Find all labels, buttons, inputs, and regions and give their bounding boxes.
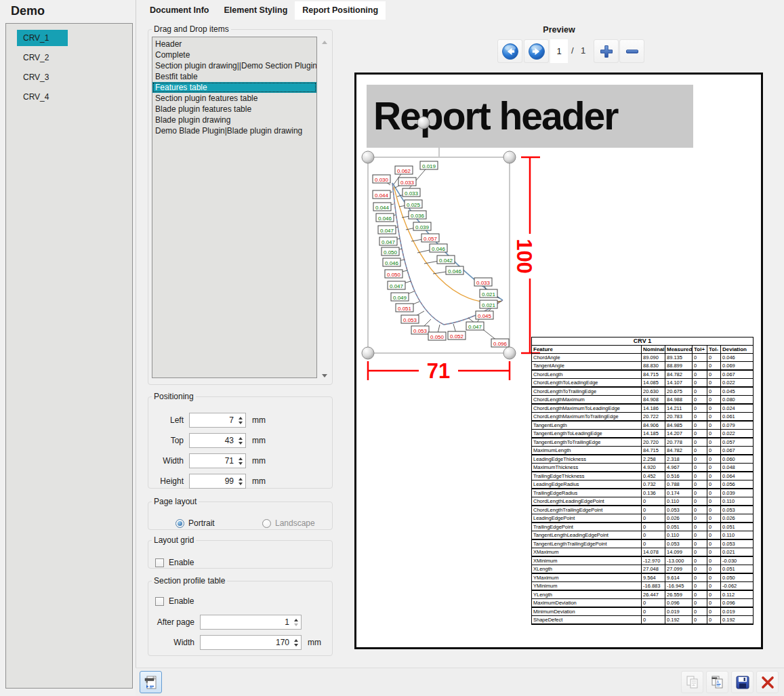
spinner[interactable] [291, 615, 301, 629]
spinner[interactable] [236, 474, 245, 488]
dragdrop-item-section-plugin-drawing-demo-section-plugin[interactable]: Section plugin drawing||Demo Section Plu… [152, 60, 316, 71]
dragdrop-item-bestfit-table[interactable]: Bestfit table [152, 71, 316, 82]
positioning-left-input[interactable]: 7 [189, 413, 246, 428]
copy-report-with-data-button[interactable]: A [706, 671, 728, 693]
table-cell: 0 [707, 480, 721, 489]
sidebar-item-crv-2[interactable]: CRV_2 [17, 49, 68, 66]
tab-element-styling[interactable]: Element Styling [217, 1, 295, 20]
checkbox-icon[interactable] [155, 597, 164, 606]
report-settings-button[interactable] [140, 671, 162, 693]
spinner-down-icon[interactable] [239, 442, 243, 445]
spinner[interactable] [291, 636, 301, 649]
table-cell: 0 [693, 548, 707, 557]
spinner-up-icon[interactable] [239, 437, 243, 440]
spinner-down-icon[interactable] [239, 483, 243, 485]
spinner-down-icon[interactable] [294, 644, 298, 647]
spt-after-page-input[interactable]: 1 [200, 615, 302, 630]
sidebar-item-crv-1[interactable]: CRV_1 [17, 30, 68, 46]
table-cell: LeadingEdgePoint [532, 514, 642, 523]
zoom-out-button[interactable] [619, 39, 644, 63]
table-cell: 20.722 [642, 413, 665, 422]
scroll-up-icon[interactable] [322, 41, 327, 44]
checkbox-icon[interactable] [155, 558, 164, 567]
next-page-button[interactable] [524, 39, 549, 63]
dragdrop-group-label: Drag and Drop items [152, 24, 231, 34]
table-cell: 0 [707, 421, 721, 430]
sidebar-item-crv-4[interactable]: CRV_4 [17, 89, 68, 105]
radio-icon[interactable] [262, 519, 271, 528]
table-cell: 0.046 [721, 354, 754, 362]
radio-portrait[interactable]: Portrait [176, 518, 215, 528]
checkbox-label: Enable [169, 596, 194, 606]
table-cell: 0 [642, 539, 665, 548]
positioning-top-input[interactable]: 43 [189, 433, 246, 448]
spinner-up-icon[interactable] [239, 478, 243, 480]
report-page: Report header 0.0620.0190.0300.0330.0440… [354, 73, 763, 649]
table-cell: 14.207 [665, 430, 693, 438]
spt-width-input[interactable]: 170 [200, 635, 302, 650]
table-cell: 84.715 [642, 447, 665, 455]
measurement-label: 0.057 [421, 234, 439, 242]
dragdrop-item-demo-blade-plugin-blade-plugin-drawing[interactable]: Demo Blade Plugin|Blade plugin drawing [152, 125, 316, 136]
spt-width-value: 170 [201, 636, 291, 649]
spinner-up-icon[interactable] [239, 417, 243, 419]
delete-button[interactable] [756, 671, 779, 693]
dragdrop-item-complete[interactable]: Complete [152, 49, 316, 60]
width-dimension: 71 [368, 359, 510, 383]
selection-handle[interactable] [503, 151, 516, 163]
zoom-in-button[interactable] [594, 39, 619, 63]
column-header: Deviation [721, 346, 754, 354]
spinner[interactable] [236, 413, 245, 427]
measurement-label: 0.025 [405, 200, 422, 208]
column-header: Tol+ [693, 346, 707, 354]
table-cell: 2.318 [665, 455, 693, 464]
spinner-up-icon[interactable] [239, 457, 243, 460]
svg-text:0.039: 0.039 [415, 224, 430, 230]
table-cell: 0.051 [665, 523, 693, 531]
table-cell: 84.782 [665, 447, 693, 455]
selection-handle[interactable] [362, 347, 374, 359]
table-title: CRV 1 [532, 337, 754, 346]
dragdrop-item-features-table[interactable]: Features table [152, 82, 316, 93]
selection-handle[interactable] [503, 347, 516, 359]
tab-document-info[interactable]: Document Info [142, 1, 217, 20]
spinner-down-icon[interactable] [239, 422, 243, 424]
previous-page-button[interactable] [497, 39, 522, 63]
table-row: MaximumThickness4.9204.967000.048 [532, 464, 754, 472]
scroll-down-icon[interactable] [322, 374, 327, 377]
tab-bar: Document InfoElement StylingReport Posit… [142, 1, 386, 20]
table-cell: 2.258 [642, 455, 665, 464]
spinner[interactable] [236, 454, 245, 468]
table-row: XMinimum-12.970-13.00000-0.030 [532, 556, 754, 565]
dragdrop-item-header[interactable]: Header [152, 39, 316, 49]
dragdrop-item-blade-plugin-drawing[interactable]: Blade plugin drawing [152, 115, 316, 125]
section-profile-enable-checkbox[interactable]: Enable [155, 596, 194, 606]
table-cell: 0 [707, 413, 721, 422]
selection-handle[interactable] [362, 151, 374, 163]
layout-grid-enable-checkbox[interactable]: Enable [155, 558, 194, 567]
tab-report-positioning[interactable]: Report Positioning [295, 1, 386, 20]
positioning-width-input[interactable]: 71 [189, 453, 246, 468]
dragdrop-item-section-plugin-features-table[interactable]: Section plugin features table [152, 93, 316, 104]
selection-handle[interactable] [417, 117, 430, 129]
table-cell: XMinimum [532, 556, 642, 565]
spinner-up-icon[interactable] [294, 639, 298, 642]
positioning-height-input[interactable]: 99 [189, 474, 246, 489]
table-cell: TrailingEdgeThickness [532, 472, 642, 480]
radio-landscape[interactable]: Landscape [262, 518, 315, 528]
table-cell: 0.067 [721, 447, 754, 455]
page-number-input[interactable]: 1 [550, 39, 568, 63]
save-button[interactable] [731, 671, 754, 693]
dragdrop-item-blade-plugin-features-table[interactable]: Blade plugin features table [152, 104, 316, 115]
measurement-label: 0.019 [420, 161, 438, 169]
spinner-down-icon[interactable] [239, 462, 243, 465]
table-cell: 0 [707, 514, 721, 523]
copy-report-button[interactable] [681, 671, 703, 693]
table-row: YMinimum-16.883-16.94500-0.062 [532, 582, 754, 591]
svg-text:0.047: 0.047 [468, 324, 482, 330]
sidebar-item-crv-3[interactable]: CRV_3 [17, 69, 68, 85]
spinner[interactable] [236, 434, 245, 447]
radio-icon[interactable] [176, 519, 184, 528]
spinner-up-icon[interactable] [294, 619, 298, 621]
spinner-down-icon[interactable] [294, 623, 298, 626]
